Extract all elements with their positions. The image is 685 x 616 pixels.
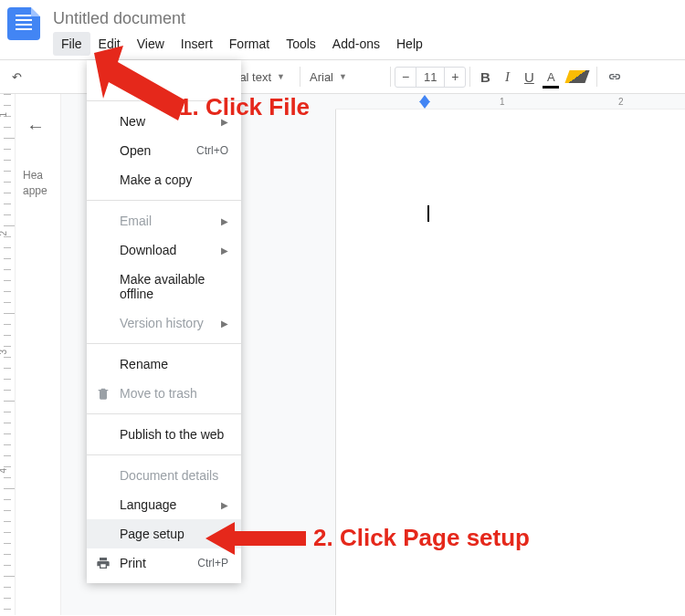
file-menu-print[interactable]: PrintCtrl+P [87,548,241,578]
italic-button[interactable]: I [496,66,518,89]
menu-item-label: Page setup [120,527,184,541]
menu-format[interactable]: Format [221,32,278,56]
outline-text: appe [23,184,47,197]
menu-divider [87,100,241,101]
print-icon [96,556,111,570]
file-menu-open[interactable]: OpenCtrl+O [87,136,241,165]
file-menu-page-setup[interactable]: Page setup [87,519,241,548]
menu-file[interactable]: File [53,32,90,56]
menu-add-ons[interactable]: Add-ons [324,32,388,56]
menu-item-label: Print [120,556,146,570]
font-family-label: Arial [310,70,333,84]
file-menu-publish-to-the-web[interactable]: Publish to the web [87,420,241,449]
file-menu-version-history: Version history▶ [87,308,241,338]
app-header: Untitled document FileEditViewInsertForm… [0,0,685,56]
separator [469,67,470,87]
file-menu-document-details: Document details [87,461,241,490]
separator [390,67,391,87]
highlighter-icon [565,70,590,83]
menu-tools[interactable]: Tools [278,32,324,56]
file-menu-make-available-offline[interactable]: Make available offline [87,265,241,308]
outline-pane: ← Hea appe [16,94,61,615]
menu-item-label: Make available offline [120,272,228,301]
trash-icon [96,386,111,401]
submenu-arrow-icon: ▶ [221,216,228,226]
menu-item-label: Move to trash [120,386,197,401]
file-menu-make-a-copy[interactable]: Make a copy [87,165,241,194]
text-color-button[interactable]: A [540,67,562,88]
menu-divider [87,454,241,455]
document-title[interactable]: Untitled document [53,7,431,32]
font-size-value[interactable]: 11 [416,68,445,87]
menu-divider [87,343,241,344]
menu-edit[interactable]: Edit [90,32,129,56]
menu-shortcut: Ctrl+P [197,557,228,569]
underline-button[interactable]: U [518,66,540,89]
menu-item-label: New [120,114,145,129]
separator [596,67,597,87]
undo-button[interactable]: ↶ [5,67,27,88]
file-menu-move-to-trash: Move to trash [87,379,241,408]
outline-text: Hea [23,169,43,182]
horizontal-ruler[interactable]: 12 [335,94,685,110]
menu-item-label: Language [120,497,176,512]
bold-button[interactable]: B [474,66,496,89]
submenu-arrow-icon: ▶ [221,117,228,127]
docs-logo-icon[interactable] [7,7,40,40]
menu-item-label: Download [120,243,176,257]
menu-item-label: Rename [120,357,168,371]
submenu-arrow-icon: ▶ [221,245,228,256]
submenu-arrow-icon: ▶ [221,500,228,510]
file-menu-rename[interactable]: Rename [87,350,241,379]
menu-item-label: Version history [120,316,204,330]
outline-placeholder: Hea appe [23,168,53,199]
menu-item-label: Document details [120,468,218,483]
menu-item-label: Publish to the web [120,427,224,442]
vertical-ruler[interactable]: 1234 [0,94,16,615]
chevron-down-icon: ▼ [339,72,347,81]
menu-divider [87,413,241,414]
menu-item-label: S [120,73,128,88]
menu-divider [87,200,241,201]
highlight-color-button[interactable] [562,67,593,87]
file-menu-language[interactable]: Language▶ [87,490,241,519]
document-page[interactable] [335,110,685,615]
submenu-arrow-icon: ▶ [221,318,228,329]
separator [300,67,300,87]
outline-collapse-button[interactable]: ← [23,112,53,141]
menu-item-label: Open [120,143,151,158]
menu-view[interactable]: View [129,32,173,56]
menu-insert[interactable]: Insert [173,32,221,56]
chevron-down-icon: ▼ [277,72,285,81]
link-icon [606,68,623,85]
menubar: FileEditViewInsertFormatToolsAdd-onsHelp [53,32,431,56]
menu-shortcut: Ctrl+O [196,144,228,157]
menu-item-label: Email [120,214,152,228]
insert-link-button[interactable] [601,65,628,89]
font-size-increase[interactable]: + [445,68,465,86]
font-family-dropdown[interactable]: Arial ▼ [304,67,386,88]
text-cursor [427,205,429,222]
file-menu-dropdown: SNew▶OpenCtrl+OMake a copyEmail▶Download… [87,60,241,583]
menu-item-label: Make a copy [120,172,192,187]
file-menu-download[interactable]: Download▶ [87,235,241,265]
font-size-stepper: − 11 + [395,67,466,88]
left-indent-marker[interactable] [419,101,430,109]
file-menu-email: Email▶ [87,206,241,235]
menu-help[interactable]: Help [388,32,431,56]
file-menu-new[interactable]: New▶ [87,107,241,136]
file-menu-s[interactable]: S [87,66,241,95]
font-size-decrease[interactable]: − [395,68,416,86]
